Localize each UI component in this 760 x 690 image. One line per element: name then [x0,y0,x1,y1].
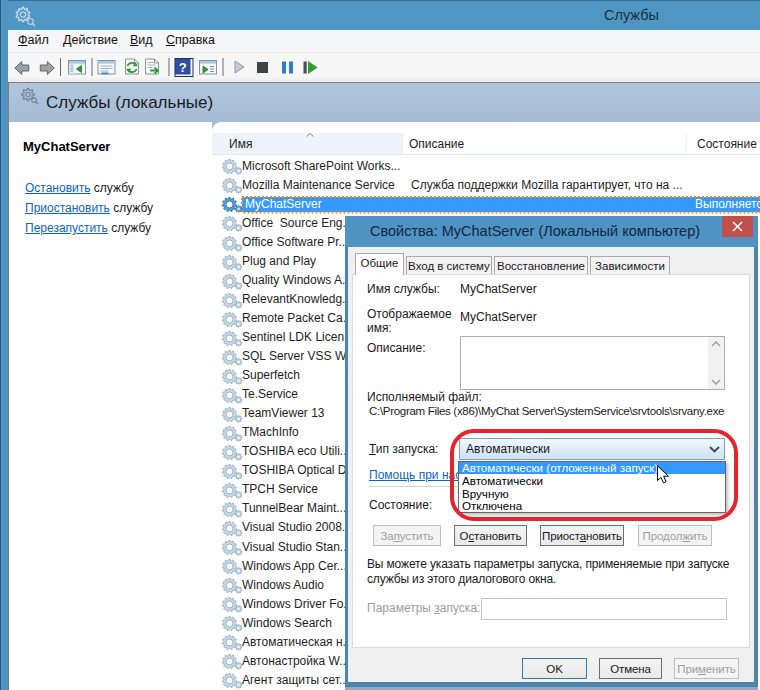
svg-text:?: ? [179,60,187,75]
